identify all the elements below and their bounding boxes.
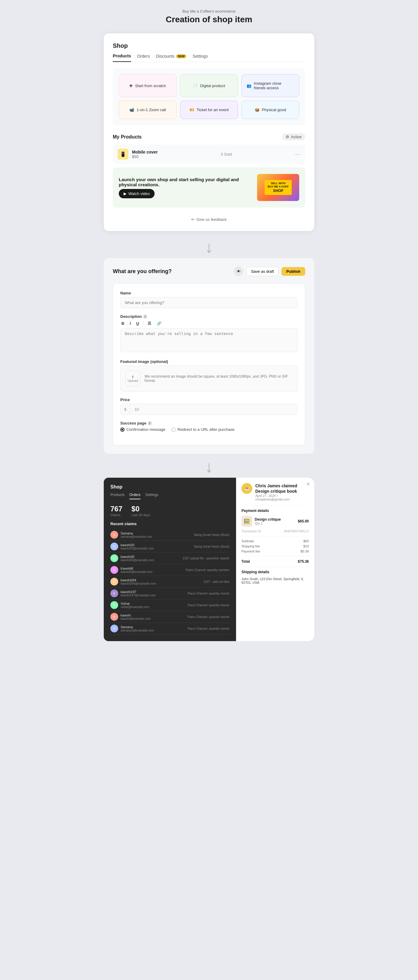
claim-avatar: K bbox=[110, 589, 118, 597]
product-type-digital[interactable]: 📄 Digital product bbox=[180, 74, 238, 97]
rich-toolbar: B I U ☰ 🔗 bbox=[120, 321, 298, 326]
success-label: Success page i bbox=[120, 421, 298, 425]
feedback-row: ✏ Give us feedback bbox=[113, 213, 305, 222]
orders-stats: 767 Claims $0 Last 30 days bbox=[110, 505, 230, 517]
digital-icon: 📄 bbox=[193, 84, 198, 88]
save-draft-button[interactable]: Save as draft bbox=[246, 267, 278, 276]
claim-row[interactable]: K kawshi20 kawshi20@example.com Taking S… bbox=[110, 541, 230, 552]
price-group: Price $ bbox=[120, 398, 298, 415]
payment-item: 🖼️ Design critique Qty 1 $65.00 bbox=[241, 516, 309, 527]
radio-dot-confirmation bbox=[120, 428, 124, 432]
discounts-badge: NEW bbox=[176, 54, 187, 58]
tab-discounts[interactable]: Discounts NEW bbox=[156, 54, 187, 62]
name-input[interactable] bbox=[120, 297, 298, 308]
payment-section-title: Payment details bbox=[241, 509, 309, 513]
product-type-ticket[interactable]: 🎫 Ticket for an event bbox=[180, 101, 238, 119]
page-title: Creation of shop item bbox=[166, 15, 252, 24]
promo-thumbnail: SELL WITHBUY ME A COFFSHOP bbox=[257, 174, 299, 201]
offer-title: What are you offering? bbox=[113, 268, 172, 275]
preview-button[interactable]: 👁 bbox=[234, 266, 243, 276]
offer-form: Name Description i B I U ☰ 🔗 Featured im… bbox=[113, 283, 305, 445]
underline-button[interactable]: U bbox=[135, 321, 140, 326]
feedback-button[interactable]: ✏ Give us feedback bbox=[191, 217, 227, 222]
payment-fee-row: Payment fee $0.36 bbox=[241, 549, 309, 553]
close-button[interactable]: ✕ bbox=[306, 481, 310, 487]
product-row-icon: 📱 bbox=[118, 149, 128, 159]
tab-orders[interactable]: Orders bbox=[137, 54, 150, 62]
claim-row[interactable]: K kawshi264 kawshi264@example.com 1337 -… bbox=[110, 576, 230, 588]
watch-video-button[interactable]: ▶ Watch video bbox=[119, 189, 155, 198]
radio-redirect[interactable]: Redirect to a URL after purchase bbox=[171, 427, 235, 432]
success-info-icon: i bbox=[148, 421, 152, 425]
product-row: 📱 Mobile cover $50 0 Sold ⋯ bbox=[113, 145, 305, 164]
claim-row[interactable]: K kawshi30 kawshi30@example.com 1337 upl… bbox=[110, 552, 230, 564]
orders-tab-settings[interactable]: Settings bbox=[145, 493, 158, 499]
radio-confirmation[interactable]: Confirmation message bbox=[120, 427, 165, 432]
product-type-zoom[interactable]: 📹 1-on-1 Zoom call bbox=[119, 101, 177, 119]
subtotal-row: Subtotal $65 bbox=[241, 539, 309, 543]
claim-avatar: K bbox=[110, 566, 118, 574]
claim-avatar: S bbox=[110, 625, 118, 632]
success-group: Success page i Confirmation message Redi… bbox=[120, 421, 298, 432]
my-products-header: My Products ⚙ Active bbox=[113, 134, 305, 140]
orders-tab-products[interactable]: Products bbox=[110, 493, 124, 499]
total-row: Total $75.36 bbox=[241, 559, 309, 563]
image-group: Featured image (optional) ⬆ Upload We re… bbox=[120, 359, 298, 391]
name-label: Name bbox=[120, 291, 298, 295]
price-input-wrap: $ bbox=[120, 404, 298, 415]
name-group: Name bbox=[120, 291, 298, 308]
feedback-icon: ✏ bbox=[191, 217, 195, 222]
orders-card: Shop Products Orders Settings 767 Claims… bbox=[104, 478, 314, 641]
claim-avatar: S bbox=[110, 531, 118, 539]
italic-button[interactable]: I bbox=[128, 321, 132, 326]
price-label: Price bbox=[120, 398, 298, 402]
product-row-price: $50 bbox=[132, 154, 158, 159]
product-menu-button[interactable]: ⋯ bbox=[295, 151, 300, 158]
price-input[interactable] bbox=[130, 404, 297, 415]
divider-2 bbox=[241, 536, 309, 536]
upload-hint: We recommend an image should be square, … bbox=[145, 374, 293, 383]
active-filter[interactable]: ⚙ Active bbox=[282, 134, 305, 140]
claim-avatar: K bbox=[110, 613, 118, 621]
payment-thumb: 🖼️ bbox=[241, 516, 252, 527]
offer-card: What are you offering? 👁 Save as draft P… bbox=[104, 258, 314, 453]
desc-textarea[interactable] bbox=[120, 328, 298, 352]
orders-shop-title: Shop bbox=[110, 484, 230, 490]
offer-header: What are you offering? 👁 Save as draft P… bbox=[113, 266, 305, 276]
radio-group: Confirmation message Redirect to a URL a… bbox=[120, 427, 298, 432]
payment-item-qty: Qty 1 bbox=[255, 522, 281, 525]
tab-settings[interactable]: Settings bbox=[193, 54, 208, 62]
orders-tab-orders[interactable]: Orders bbox=[129, 493, 140, 499]
product-type-grid: ✚ Start from scratch 📄 Digital product 👥… bbox=[113, 68, 305, 125]
upload-button[interactable]: ⬆ Upload bbox=[125, 371, 140, 387]
list-button[interactable]: ☰ bbox=[147, 321, 152, 326]
shipping-row: Shipping fee $10 bbox=[241, 544, 309, 548]
claim-row[interactable]: K kawshi kawshi@example.com Piano Channe… bbox=[110, 611, 230, 623]
promo-banner: Launch your own shop and start selling y… bbox=[113, 167, 305, 208]
upload-area: ⬆ Upload We recommend an image should be… bbox=[120, 366, 298, 391]
claims-list: S Samana samana@example.com Taking Smart… bbox=[110, 529, 230, 635]
divider-1 bbox=[241, 505, 309, 506]
instagram-icon: 👥 bbox=[247, 84, 251, 88]
claim-row[interactable]: K kawshi197 kawshi197@example.com Piano … bbox=[110, 588, 230, 599]
upload-icon: ⬆ bbox=[131, 375, 134, 379]
detail-avatar: ☕ bbox=[241, 483, 252, 494]
promo-thumb-text: SELL WITHBUY ME A COFFSHOP bbox=[268, 182, 289, 194]
physical-icon: 📦 bbox=[255, 108, 260, 112]
tab-products[interactable]: Products bbox=[113, 54, 131, 62]
link-button[interactable]: 🔗 bbox=[155, 321, 163, 326]
page-subtitle: Buy Me a Coffee's ecommerce bbox=[166, 9, 252, 14]
claim-row[interactable]: K Kawshi8 kawshi8@example.com Piano Chan… bbox=[110, 564, 230, 576]
detail-date: April 27, 2024 • chrisjames@gmail.com bbox=[255, 494, 303, 501]
claim-row[interactable]: S Samana samana@example.com Taking Smart… bbox=[110, 529, 230, 541]
product-type-scratch[interactable]: ✚ Start from scratch bbox=[119, 74, 177, 97]
publish-button[interactable]: Publish bbox=[281, 267, 305, 276]
product-type-physical[interactable]: 📦 Physical good bbox=[241, 101, 299, 119]
scratch-icon: ✚ bbox=[129, 84, 132, 88]
product-type-instagram[interactable]: 👥 Instagram close friends access bbox=[241, 74, 299, 97]
bold-button[interactable]: B bbox=[120, 321, 125, 326]
stat-claims: 767 Claims bbox=[110, 505, 123, 517]
claim-row[interactable]: S Samana samana2@example.com Piano Chann… bbox=[110, 623, 230, 635]
claim-row[interactable]: V Vishal vishal@example.com Piano Channe… bbox=[110, 599, 230, 611]
promo-heading: Launch your own shop and start selling y… bbox=[119, 177, 257, 187]
